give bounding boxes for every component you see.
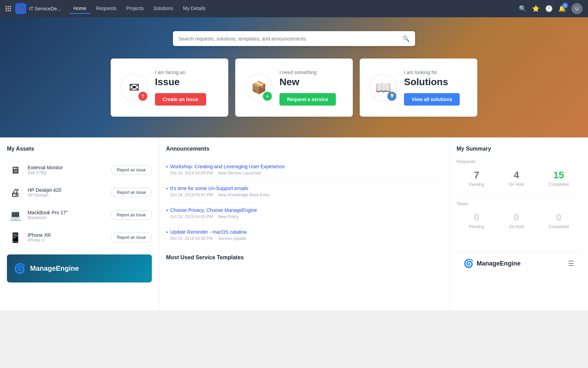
solutions-card-title: Solutions <box>404 77 460 88</box>
me-logo-area: 🌀 ManageEngine <box>463 259 521 268</box>
solutions-card-label: I am looking for <box>404 70 460 75</box>
navbar-right: 🔍 ⭐ 🕐 🔔 5 U <box>519 3 582 14</box>
printer-icon: 🖨 <box>7 186 24 199</box>
app-title: IT ServiceDe... <box>29 6 61 11</box>
new-card-content: I need something New Request a service <box>279 70 336 106</box>
asset-info: External Monitor Dell 27BQ <box>28 165 107 175</box>
search-icon: 🔍 <box>403 35 410 42</box>
issue-card-title: Issue <box>155 77 206 88</box>
report-issue-button[interactable]: Report an issue <box>111 233 152 242</box>
search-icon[interactable]: 🔍 <box>519 5 526 12</box>
grid-menu-icon[interactable] <box>6 6 11 11</box>
nav-projects[interactable]: Projects <box>122 3 148 14</box>
tasks-completed-label: Completed <box>549 224 569 229</box>
tasks-onhold-stat: 0 On Hold <box>509 212 524 229</box>
asset-name: HP Deskjet 420 <box>28 187 107 193</box>
report-issue-button[interactable]: Report an Issue <box>111 210 152 220</box>
me-logo-text: ManageEngine <box>30 264 79 272</box>
list-item: 📱 iPhone XR iPhone X Report an issue <box>7 226 152 249</box>
issue-card-content: I am facing an Issue Create an issue <box>155 70 206 106</box>
issue-badge: ? <box>138 92 147 101</box>
new-card-icon-area: 📦 + <box>245 74 273 101</box>
summary-panel: My Summary Requests 7 Pending 4 On Hold … <box>450 137 588 311</box>
create-issue-button[interactable]: Create an issue <box>155 93 206 106</box>
manage-engine-footer-card: 🌀 ManageEngine <box>7 254 152 282</box>
clock-icon[interactable]: 🕐 <box>545 5 553 12</box>
requests-pending-stat: 7 Pending <box>469 170 484 187</box>
issue-card-icon-area: ✉ ? <box>120 74 148 101</box>
announcement-title[interactable]: Update Reminder - macOS catalina <box>170 229 442 235</box>
completed-number: 15 <box>549 170 569 181</box>
user-avatar[interactable]: U <box>571 3 582 14</box>
me-footer-logo-text: ManageEngine <box>477 260 521 267</box>
view-solutions-button[interactable]: View all solutions <box>404 93 460 106</box>
asset-info: iPhone XR iPhone X <box>28 232 107 243</box>
asset-name: iPhone XR <box>28 232 107 238</box>
onhold-number: 4 <box>509 170 524 181</box>
report-issue-button[interactable]: Report an issue <box>111 165 152 175</box>
requests-onhold-stat: 4 On Hold <box>509 170 524 187</box>
search-input[interactable] <box>178 36 403 42</box>
assets-title: My Assets <box>7 146 152 152</box>
list-item: Update Reminder - macOS catalina Oct 24,… <box>166 224 442 246</box>
summary-title: My Summary <box>457 146 581 152</box>
onhold-label: On Hold <box>509 182 524 187</box>
new-card: 📦 + I need something New Request a servi… <box>235 59 353 117</box>
announcement-type: Service Update <box>218 236 247 241</box>
request-service-button[interactable]: Request a service <box>279 93 336 106</box>
main-content: My Assets 🖥 External Monitor Dell 27BQ R… <box>0 137 588 311</box>
monitor-icon: 🖥 <box>7 164 24 176</box>
announcement-title[interactable]: Workshop: Creating and Leveraging User E… <box>170 164 442 169</box>
app-logo: 🎧 <box>15 3 26 14</box>
tasks-pending-stat: 0 Pending <box>469 212 484 229</box>
new-card-label: I need something <box>279 70 336 75</box>
nav-solutions[interactable]: Solutions <box>149 3 177 14</box>
navbar: 🎧 IT ServiceDe... Home Requests Projects… <box>0 0 588 17</box>
announcement-title[interactable]: It's time for some Un-Support emails <box>170 186 442 191</box>
tasks-onhold-label: On Hold <box>509 224 524 229</box>
star-icon[interactable]: ⭐ <box>532 5 540 12</box>
completed-label: Completed <box>549 182 569 187</box>
issue-card-label: I am facing an <box>155 70 206 75</box>
hero-cards: ✉ ? I am facing an Issue Create an issue… <box>104 59 484 117</box>
asset-sub: HP Deskjet <box>28 193 107 198</box>
solutions-card-icon-area: 📖 💡 <box>369 74 397 101</box>
nav-mydetails[interactable]: My Details <box>179 3 210 14</box>
nav-requests[interactable]: Requests <box>92 3 121 14</box>
announcements-panel: Announcements Workshop: Creating and Lev… <box>159 137 450 311</box>
solutions-card: 📖 💡 I am looking for Solutions View all … <box>360 59 477 117</box>
hero-section: 🔍 ✉ ? I am facing an Issue Create an iss… <box>0 17 588 137</box>
asset-sub: Dell 27BQ <box>28 170 107 175</box>
requests-completed-stat: 15 Completed <box>549 170 569 187</box>
hamburger-menu-icon[interactable]: ☰ <box>568 259 574 268</box>
new-card-title: New <box>279 77 336 88</box>
list-item: Choose Privacy, Choose ManageEngine Oct … <box>166 203 442 224</box>
announcement-meta: Oct 24, 2019 04:09 PM New Service Launch… <box>170 171 442 176</box>
me-footer-summary: 🌀 ManageEngine ☰ <box>457 237 581 275</box>
nav-home[interactable]: Home <box>69 3 90 14</box>
announcement-date: Oct 24, 2019 04:00 PM <box>170 236 213 241</box>
solutions-card-content: I am looking for Solutions View all solu… <box>404 70 460 106</box>
manage-engine-footer: 🌀 ManageEngine ☰ <box>457 251 581 275</box>
solutions-badge: 💡 <box>387 92 396 101</box>
pending-label: Pending <box>469 182 484 187</box>
tasks-completed-number: 0 <box>549 212 569 223</box>
tasks-label: Tasks <box>457 201 581 206</box>
tasks-onhold-number: 0 <box>509 212 524 223</box>
asset-name: MackBook Pro 17" <box>28 210 107 215</box>
assets-panel: My Assets 🖥 External Monitor Dell 27BQ R… <box>0 137 159 311</box>
bell-icon[interactable]: 🔔 5 <box>558 5 566 12</box>
asset-sub: Mackbook <box>28 215 107 220</box>
announcement-title[interactable]: Choose Privacy, Choose ManageEngine <box>170 207 442 213</box>
templates-title: Most Used Service Templates <box>166 254 442 261</box>
announcement-meta: Oct 24, 2019 04:05 PM New Policy <box>170 214 442 219</box>
tasks-section: Tasks 0 Pending 0 On Hold 0 Completed <box>457 201 581 229</box>
list-item: It's time for some Un-Support emails Oct… <box>166 181 442 203</box>
search-box[interactable]: 🔍 <box>173 31 415 46</box>
list-item: 🖥 External Monitor Dell 27BQ Report an i… <box>7 159 152 181</box>
report-issue-button[interactable]: Report an issue <box>111 188 152 197</box>
pending-number: 7 <box>469 170 484 181</box>
announcement-date: Oct 24, 2019 04:09 PM <box>170 171 213 176</box>
list-item: Workshop: Creating and Leveraging User E… <box>166 159 442 181</box>
asset-info: HP Deskjet 420 HP Deskjet <box>28 187 107 198</box>
